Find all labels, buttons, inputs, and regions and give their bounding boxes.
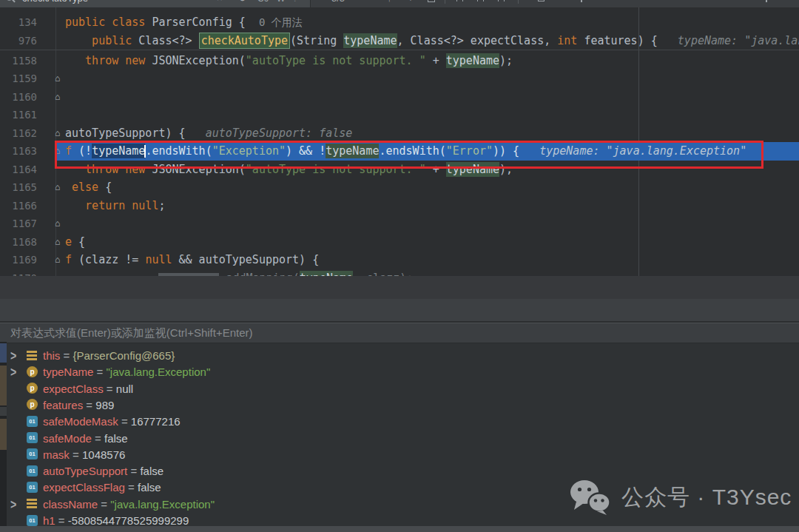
line-number[interactable]: 1166 [0, 197, 37, 215]
bottom-status-band [0, 526, 799, 532]
code-line-1158[interactable]: 1158 throw new JSONException("autoType i… [0, 52, 799, 70]
line-number[interactable]: 1161 [0, 106, 37, 124]
watermark: 公众号 · T3Ysec [570, 479, 792, 515]
panel-layout-icon-1[interactable] [456, 0, 463, 1]
line-number[interactable]: 1162 [0, 124, 37, 143]
code-line-134[interactable]: 134public class ParserConfig { 0 个用法 [0, 13, 799, 32]
find-all-icon[interactable] [428, 0, 435, 2]
variable-row-mask[interactable]: 01mask = 1048576 [0, 447, 799, 463]
wechat-icon [570, 479, 611, 515]
variable-row-typeName[interactable]: >ptypeName = "java.lang.Exception" [0, 364, 799, 380]
expand-chevron-icon[interactable]: > [10, 363, 16, 383]
line-number[interactable]: 976 [0, 32, 37, 50]
line-number[interactable]: 1168 [0, 233, 37, 252]
fold-marker-icon[interactable]: ⌂ [55, 215, 60, 233]
fold-marker-icon[interactable]: ⌂ [55, 178, 60, 197]
code-line-1169[interactable]: 1169⌂f (clazz != null && autoTypeSupport… [0, 251, 799, 269]
line-number[interactable]: 1170 [0, 269, 37, 277]
code-line-1170[interactable]: 1170 addMapping(typeName, clazz); [0, 269, 799, 277]
line-number[interactable]: 1164 [0, 161, 37, 179]
code-line-1160[interactable]: 1160⌂ [0, 88, 799, 107]
fold-marker-icon[interactable]: ⌂ [55, 70, 60, 88]
variable-text: typeName = "java.lang.Exception" [43, 364, 210, 380]
line-number[interactable]: 134 [0, 13, 37, 32]
stripe-button[interactable] [0, 343, 7, 363]
match-count-label: 5/5 [331, 0, 345, 4]
variable-text: this = {ParserConfig@665} [43, 348, 175, 364]
line-number[interactable]: 1165 [0, 178, 37, 197]
variable-text: features = 989 [43, 397, 114, 414]
panel-layout-icon-3[interactable] [498, 0, 505, 1]
evaluate-expression-placeholder: 对表达式求值(Enter)或添加监视(Ctrl+Shift+Enter) [10, 323, 253, 343]
line-number[interactable]: 1159 [0, 70, 37, 88]
code-editor[interactable]: 134public class ParserConfig { 0 个用法976 … [0, 7, 799, 276]
variable-row-this[interactable]: >this = {ParserConfig@665} [0, 348, 799, 364]
find-toolbar: checkAutoType × ↻ Cc W .* 5/5 ↑ ▼ [0, 0, 799, 7]
code-line-1165[interactable]: 1165⌂ else { [0, 178, 799, 197]
fold-marker-icon[interactable]: ⌂ [55, 124, 60, 143]
variable-text: autoTypeSupport = false [43, 463, 163, 479]
search-query-text[interactable]: checkAutoType [22, 0, 88, 4]
code-text: public class ParserConfig { 0 个用法 [65, 13, 303, 32]
line-number[interactable]: 1169 [0, 251, 37, 269]
search-history-icon[interactable]: ↻ [238, 0, 246, 4]
panel-layout-icon-5[interactable] [581, 0, 582, 2]
parameter-icon: p [27, 366, 38, 377]
fold-marker-icon[interactable]: ⌂ [55, 251, 60, 269]
panel-layout-icon-4[interactable] [538, 0, 545, 1]
variable-text: mask = 1048576 [43, 447, 125, 463]
variable-row-expectClass[interactable]: pexpectClass = null [0, 381, 799, 397]
debug-toolbar-band [0, 299, 799, 321]
next-occurrence-icon[interactable]: ▼ [407, 0, 414, 4]
variable-row-safeMode[interactable]: 01safeMode = false [0, 431, 799, 447]
code-line-1162[interactable]: 1162⌂autoTypeSupport) { autoTypeSupport:… [0, 124, 799, 143]
parameter-icon: p [27, 383, 38, 394]
stripe-button[interactable] [0, 419, 7, 450]
object-icon [27, 499, 37, 508]
previous-occurrence-icon[interactable]: ↑ [387, 0, 392, 4]
primitive-icon: 01 [27, 416, 38, 427]
code-text: e { [65, 233, 85, 252]
code-line-1159[interactable]: 1159⌂ [0, 70, 799, 88]
code-line-1167[interactable]: 1167⌂ [0, 215, 799, 233]
whole-words-toggle[interactable]: W [277, 0, 285, 4]
primitive-icon: 01 [27, 465, 38, 477]
match-case-toggle[interactable]: Cc [257, 0, 269, 4]
variable-text: className = "java.lang.Exception" [43, 496, 215, 513]
toolbar-divider [518, 0, 519, 4]
find-toolbar-inner: checkAutoType × ↻ Cc W .* 5/5 ↑ ▼ [0, 0, 799, 7]
evaluate-expression-input[interactable]: 对表达式求值(Enter)或添加监视(Ctrl+Shift+Enter) [0, 323, 799, 343]
line-number[interactable]: 1163 [0, 142, 37, 161]
panel-layout-icon-6[interactable] [766, 0, 767, 2]
variable-text: expectClassFlag = false [43, 479, 161, 496]
expand-chevron-icon[interactable]: > [10, 494, 16, 515]
regex-toggle[interactable]: .* [294, 0, 300, 4]
variable-row-features[interactable]: pfeatures = 989 [0, 397, 799, 414]
primitive-icon: 01 [27, 432, 38, 443]
code-line-1161[interactable]: 1161 [0, 106, 799, 124]
panel-layout-icon-2[interactable] [477, 0, 484, 1]
stripe-button[interactable] [0, 366, 7, 405]
code-line-976[interactable]: 976 public Class<?> checkAutoType(String… [0, 32, 799, 50]
watermark-text: 公众号 · T3Ysec [621, 482, 792, 513]
code-text: return null; [65, 197, 165, 215]
code-line-1166[interactable]: 1166 return null; [0, 197, 799, 215]
variable-text: safeModeMask = 16777216 [43, 414, 181, 430]
code-text: public Class<?> checkAutoType(String typ… [65, 32, 799, 50]
object-icon [27, 351, 37, 360]
stripe-button[interactable] [0, 407, 7, 416]
code-text: addMapping(typeName, clazz); [65, 269, 413, 277]
code-text: else { [65, 178, 112, 197]
code-line-1168[interactable]: 1168⌂e { [0, 233, 799, 252]
variable-row-safeModeMask[interactable]: 01safeModeMask = 16777216 [0, 414, 799, 430]
tool-window-stripe [0, 342, 7, 532]
line-number[interactable]: 1160 [0, 88, 37, 107]
close-icon[interactable]: × [217, 0, 223, 4]
line-number[interactable]: 1158 [0, 52, 37, 70]
line-number[interactable]: 1167 [0, 215, 37, 233]
primitive-icon: 01 [27, 448, 38, 459]
variable-row-autoTypeSupport[interactable]: 01autoTypeSupport = false [0, 463, 799, 479]
fold-marker-icon[interactable]: ⌂ [55, 233, 60, 252]
fold-marker-icon[interactable]: ⌂ [55, 88, 60, 107]
variable-text: expectClass = null [43, 381, 133, 397]
